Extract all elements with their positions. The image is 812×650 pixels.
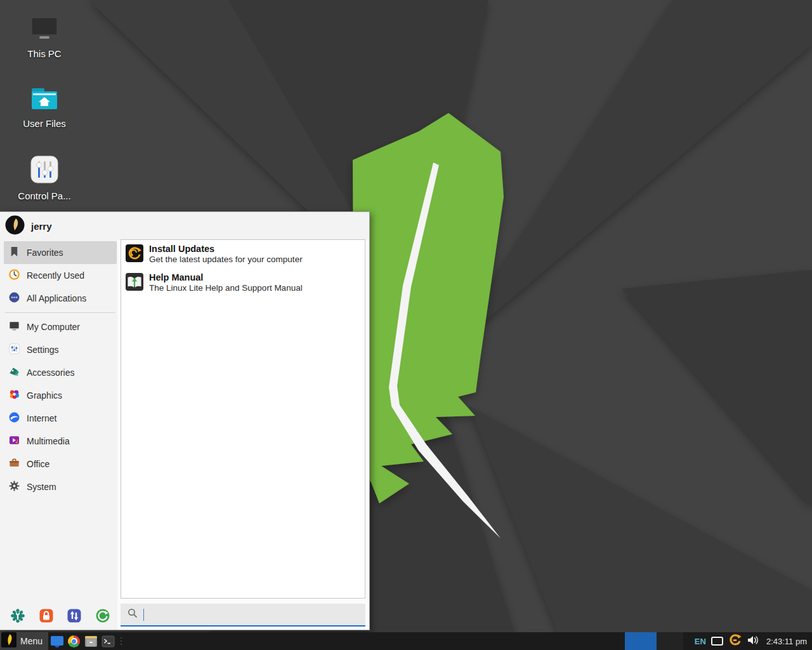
sidebar-item-favorites[interactable]: Favorites (4, 241, 117, 264)
settings-manager-icon[interactable] (10, 608, 25, 623)
clock-history-icon (8, 269, 20, 282)
workspace-switcher (625, 632, 683, 650)
switch-user-icon[interactable] (67, 608, 82, 623)
app-row-help-manual[interactable]: Help Manual The Linux Lite Help and Supp… (121, 269, 365, 297)
menu-search-box[interactable] (121, 604, 365, 627)
sidebar-item-recently-used[interactable]: Recently Used (4, 264, 117, 287)
settings-sliders-icon (8, 343, 20, 357)
search-input[interactable] (150, 606, 365, 623)
app-row-install-updates[interactable]: Install Updates Get the latest updates f… (121, 240, 365, 269)
computer-icon (8, 320, 20, 334)
sidebar-item-internet[interactable]: Internet (4, 407, 117, 430)
sidebar-item-label: My Computer (27, 322, 80, 332)
monitor-icon (30, 17, 59, 44)
menu-action-buttons (4, 608, 117, 623)
home-folder-icon (30, 86, 59, 114)
sidebar-item-system[interactable]: System (4, 475, 117, 498)
internet-icon (8, 411, 20, 425)
whisker-menu-window: jerry Favorites Recently Used (0, 211, 370, 630)
panel-separator-handle[interactable] (117, 632, 126, 650)
desktop-icon-user-files[interactable]: User Files (10, 86, 79, 129)
favorites-app-list: Install Updates Get the latest updates f… (121, 239, 365, 599)
system-tray: EN 2:43:11 pm (683, 632, 812, 650)
sidebar-item-label: Multimedia (27, 436, 70, 446)
sidebar-item-label: System (27, 482, 56, 492)
install-updates-icon (125, 244, 144, 265)
search-icon (128, 608, 138, 621)
keyboard-layout-indicator[interactable]: EN (695, 637, 706, 646)
sidebar-item-multimedia[interactable]: Multimedia (4, 430, 117, 453)
sidebar-item-label: Graphics (27, 390, 62, 401)
sidebar-item-label: Accessories (27, 368, 74, 378)
file-manager-launcher[interactable] (48, 632, 65, 650)
sidebar-item-label: All Applications (27, 293, 86, 303)
sidebar-item-label: Office (27, 459, 49, 469)
linux-lite-feather-icon (1, 632, 16, 650)
all-apps-icon (8, 291, 20, 305)
sidebar-item-label: Settings (27, 345, 59, 355)
lock-screen-icon[interactable] (39, 608, 54, 623)
gear-icon (8, 480, 20, 494)
bookmark-icon (8, 246, 20, 260)
app-name: Install Updates (149, 243, 303, 255)
briefcase-icon (8, 457, 20, 471)
display-icon[interactable] (711, 637, 723, 646)
desktop-icon-label: Control Pa... (10, 190, 79, 201)
accessories-icon (8, 366, 20, 380)
user-avatar[interactable] (5, 215, 25, 237)
desktop-icon-label: This PC (10, 48, 79, 59)
chrome-launcher[interactable] (65, 632, 82, 650)
taskbar: Menu EN (0, 632, 812, 650)
archive-manager-launcher[interactable] (82, 632, 100, 650)
chrome-icon (68, 635, 80, 647)
desktop-icon-label: User Files (10, 118, 79, 129)
help-manual-icon (125, 272, 144, 294)
username-label: jerry (31, 221, 52, 232)
workspace-2[interactable] (657, 632, 683, 650)
app-description: Get the latest updates for your computer (149, 255, 303, 265)
graphics-icon (8, 388, 20, 402)
desktop-icon-this-pc[interactable]: This PC (10, 17, 79, 59)
menu-header: jerry (0, 212, 369, 240)
sidebar-separator (5, 312, 115, 313)
sidebar-item-settings[interactable]: Settings (4, 338, 117, 361)
clock[interactable]: 2:43:11 pm (764, 637, 807, 646)
multimedia-icon (8, 434, 20, 448)
terminal-launcher[interactable] (100, 632, 117, 650)
menu-button-label: Menu (20, 636, 43, 646)
app-name: Help Manual (149, 272, 303, 283)
sliders-icon (30, 155, 59, 187)
logout-icon[interactable] (95, 608, 110, 623)
sidebar-item-graphics[interactable]: Graphics (4, 384, 117, 407)
desktop-icon-control-panel[interactable]: Control Pa... (10, 155, 79, 201)
update-notifier-icon[interactable] (728, 633, 742, 649)
volume-icon[interactable] (747, 635, 759, 648)
taskbar-menu-button[interactable]: Menu (0, 632, 48, 650)
menu-sidebar: Favorites Recently Used All Applications (4, 241, 117, 498)
sidebar-item-my-computer[interactable]: My Computer (4, 315, 117, 338)
sidebar-item-office[interactable]: Office (4, 453, 117, 475)
sidebar-item-label: Internet (27, 413, 56, 423)
sidebar-item-label: Recently Used (27, 270, 84, 281)
sidebar-item-label: Favorites (27, 248, 63, 258)
app-description: The Linux Lite Help and Support Manual (149, 283, 303, 294)
workspace-1-active[interactable] (625, 632, 657, 650)
sidebar-item-all-applications[interactable]: All Applications (4, 287, 117, 310)
sidebar-item-accessories[interactable]: Accessories (4, 361, 117, 384)
text-caret (143, 609, 144, 621)
